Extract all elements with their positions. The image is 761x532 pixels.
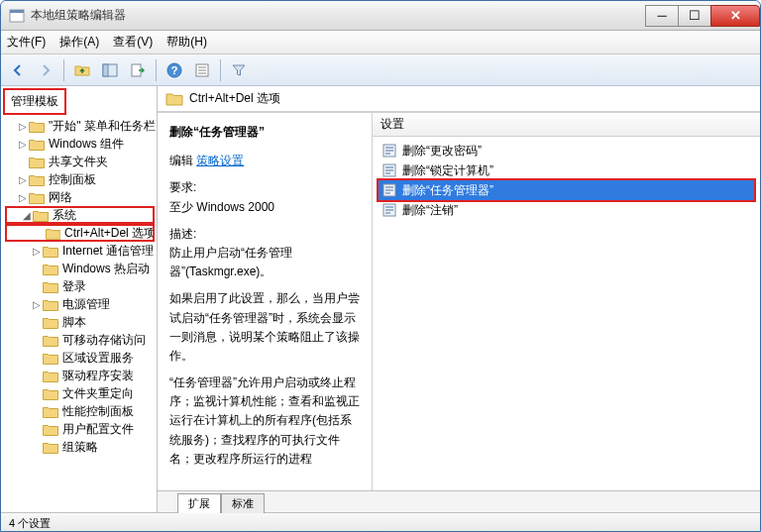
expander-icon[interactable]: ▷: [17, 139, 29, 150]
tree-item[interactable]: ▷电源管理: [3, 295, 157, 313]
tree-item-label: 登录: [62, 278, 86, 295]
tree-item-label: Internet 通信管理: [62, 243, 154, 260]
tree-item[interactable]: ▷"开始" 菜单和任务栏: [3, 117, 157, 135]
list-pane: 设置 删除“更改密码”删除“锁定计算机”删除“任务管理器”删除“注销”: [372, 113, 760, 490]
tree: ▷"开始" 菜单和任务栏▷Windows 组件共享文件夹▷控制面板▷网络◢系统C…: [1, 117, 157, 456]
tree-item[interactable]: ▷Windows 组件: [3, 135, 157, 153]
forward-button[interactable]: [33, 57, 58, 83]
show-hide-tree-button[interactable]: [97, 57, 123, 83]
tree-item-label: Windows 组件: [49, 136, 124, 153]
list-row-label: 删除“锁定计算机”: [402, 162, 493, 179]
tree-item[interactable]: 文件夹重定向: [3, 384, 157, 402]
menu-help[interactable]: 帮助(H): [166, 34, 207, 51]
minimize-button[interactable]: [645, 5, 679, 27]
expander-icon[interactable]: ▷: [17, 174, 29, 185]
tree-item-label: 共享文件夹: [49, 154, 108, 170]
separator: [220, 59, 221, 81]
tab-extended[interactable]: 扩展: [177, 493, 221, 513]
menu-file[interactable]: 文件(F): [7, 34, 46, 51]
menu-view[interactable]: 查看(V): [113, 34, 153, 51]
list-body: 删除“更改密码”删除“锁定计算机”删除“任务管理器”删除“注销”: [373, 137, 760, 490]
tree-item[interactable]: 性能控制面板: [3, 402, 157, 420]
tree-item-label: 网络: [49, 189, 72, 206]
tree-item-label: 组策略: [62, 439, 98, 456]
window-title: 本地组策略编辑器: [31, 7, 646, 24]
list-row-label: 删除“更改密码”: [402, 143, 482, 160]
separator: [156, 59, 157, 81]
app-icon: [9, 8, 25, 24]
tree-item[interactable]: 共享文件夹: [3, 153, 157, 170]
tree-item[interactable]: ▷控制面板: [3, 170, 157, 188]
svg-text:?: ?: [171, 64, 178, 76]
tab-standard[interactable]: 标准: [221, 493, 265, 513]
tree-item[interactable]: 可移动存储访问: [3, 331, 157, 349]
description-p1: 防止用户启动“任务管理器”(Taskmgr.exe)。: [169, 244, 360, 281]
expander-icon[interactable]: ◢: [21, 210, 33, 221]
list-row-label: 删除“任务管理器”: [402, 182, 493, 199]
properties-button[interactable]: [189, 57, 215, 83]
address-path: Ctrl+Alt+Del 选项: [189, 90, 280, 107]
maximize-button[interactable]: [678, 5, 711, 27]
expander-icon[interactable]: ▷: [31, 299, 43, 310]
list-row-label: 删除“注销”: [402, 202, 458, 219]
help-button[interactable]: ?: [162, 57, 187, 83]
requirement-label: 要求:: [169, 178, 360, 197]
list-row[interactable]: 删除“锁定计算机”: [379, 160, 754, 180]
separator: [63, 59, 64, 81]
back-button[interactable]: [5, 57, 31, 83]
list-row[interactable]: 删除“更改密码”: [379, 141, 754, 160]
tree-item[interactable]: ▷Internet 通信管理: [3, 242, 157, 260]
edit-policy-link[interactable]: 策略设置: [196, 154, 244, 167]
tree-item[interactable]: 用户配置文件: [3, 420, 157, 438]
expander-icon[interactable]: ▷: [31, 246, 43, 257]
up-button[interactable]: [69, 57, 95, 83]
menubar: 文件(F) 操作(A) 查看(V) 帮助(H): [1, 31, 760, 54]
filter-button[interactable]: [226, 57, 252, 83]
svg-rect-1: [10, 10, 24, 13]
titlebar: 本地组策略编辑器: [1, 1, 760, 31]
description-p2: 如果启用了此设置，那么，当用户尝试启动“任务管理器”时，系统会显示一则消息，说明…: [169, 289, 360, 366]
description-label: 描述:: [169, 225, 360, 244]
main-pane: Ctrl+Alt+Del 选项 删除“任务管理器” 编辑 策略设置 要求: 至少…: [158, 86, 760, 512]
address-bar: Ctrl+Alt+Del 选项: [158, 86, 760, 112]
tree-item[interactable]: 组策略: [3, 438, 157, 456]
edit-prefix: 编辑: [169, 154, 193, 167]
tree-item[interactable]: 驱动程序安装: [3, 367, 157, 384]
tree-item-label: 控制面板: [49, 171, 96, 188]
tree-item[interactable]: ▷网络: [3, 188, 157, 206]
tree-root[interactable]: 管理模板: [3, 88, 66, 115]
folder-icon: [165, 91, 183, 106]
tree-item-label: 可移动存储访问: [62, 332, 146, 349]
statusbar: 4 个设置: [1, 512, 760, 532]
tree-item-label: 性能控制面板: [62, 403, 134, 420]
tree-item[interactable]: Ctrl+Alt+Del 选项: [5, 224, 155, 242]
tree-item[interactable]: 区域设置服务: [3, 349, 157, 367]
tree-item[interactable]: Windows 热启动: [3, 260, 157, 277]
description-pane: 删除“任务管理器” 编辑 策略设置 要求: 至少 Windows 2000 描述…: [158, 113, 372, 490]
tabs: 扩展 标准: [158, 490, 760, 512]
toolbar: ?: [1, 54, 760, 86]
tree-item-label: 驱动程序安装: [62, 368, 134, 384]
list-row[interactable]: 删除“注销”: [379, 200, 754, 220]
tree-item-label: 用户配置文件: [62, 421, 134, 438]
tree-item[interactable]: 脚本: [3, 313, 157, 331]
tree-item[interactable]: 登录: [3, 277, 157, 295]
list-row[interactable]: 删除“任务管理器”: [379, 180, 754, 200]
menu-action[interactable]: 操作(A): [59, 34, 99, 51]
tree-item-label: 电源管理: [62, 296, 110, 313]
expander-icon[interactable]: ▷: [17, 192, 29, 203]
status-count: 4 个设置: [9, 516, 187, 531]
list-header[interactable]: 设置: [373, 113, 760, 137]
tree-item-label: 脚本: [62, 314, 86, 331]
tree-item-label: Windows 热启动: [62, 261, 150, 277]
tree-item-label: "开始" 菜单和任务栏: [49, 118, 156, 135]
tree-item[interactable]: ◢系统: [5, 206, 155, 224]
tree-item-label: 区域设置服务: [62, 350, 134, 367]
close-button[interactable]: [710, 5, 760, 27]
export-button[interactable]: [125, 57, 151, 83]
tree-item-label: 文件夹重定向: [62, 385, 134, 402]
tree-item-label: Ctrl+Alt+Del 选项: [64, 225, 153, 242]
expander-icon[interactable]: ▷: [17, 121, 29, 132]
svg-rect-3: [103, 64, 108, 76]
tree-pane: 管理模板 ▷"开始" 菜单和任务栏▷Windows 组件共享文件夹▷控制面板▷网…: [1, 86, 158, 512]
